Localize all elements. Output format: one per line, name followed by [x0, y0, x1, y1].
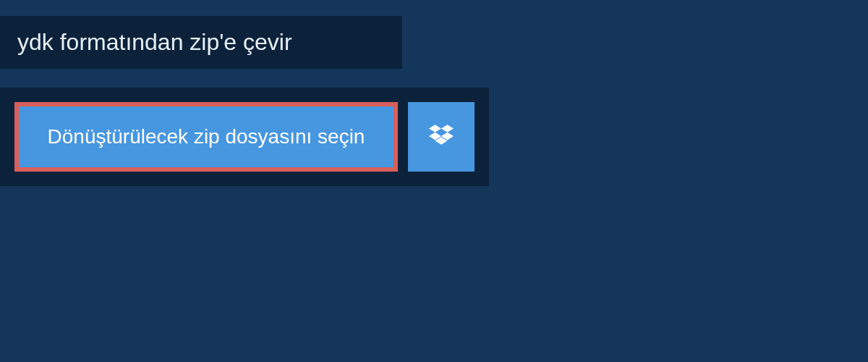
- select-file-button[interactable]: Dönüştürülecek zip dosyasını seçin: [14, 102, 398, 172]
- page-title: ydk formatından zip'e çevir: [17, 29, 385, 56]
- dropbox-button[interactable]: [408, 102, 475, 172]
- upload-section: Dönüştürülecek zip dosyasını seçin: [0, 88, 489, 186]
- header-bar: ydk formatından zip'e çevir: [0, 16, 402, 69]
- dropbox-icon: [429, 125, 454, 149]
- select-file-label: Dönüştürülecek zip dosyasını seçin: [48, 125, 365, 148]
